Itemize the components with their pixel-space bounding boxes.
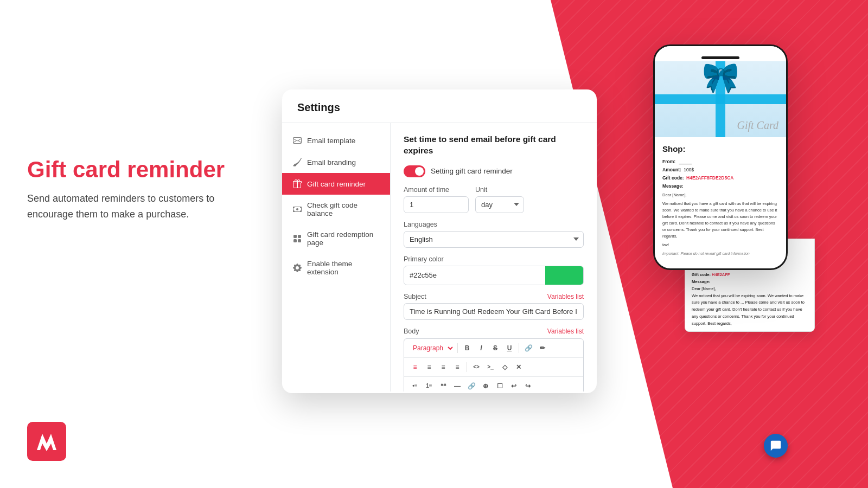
color-input-wrap bbox=[404, 266, 584, 285]
hyperlink-button[interactable]: 🔗 bbox=[465, 380, 478, 391]
sidebar-label-check-gift-code: Check gift code balance bbox=[307, 201, 379, 217]
unit-group: Unit day week month bbox=[475, 186, 524, 213]
bold-button[interactable]: B bbox=[461, 342, 474, 355]
amount-field: Amount: 100$ bbox=[662, 166, 778, 174]
settings-panel: Settings Email template Email branding bbox=[282, 89, 597, 393]
pen-button[interactable]: ✏ bbox=[536, 342, 549, 355]
blockquote-button[interactable]: ❝❝ bbox=[437, 380, 450, 391]
sidebar-label-gift-card-reminder: Gift card reminder bbox=[307, 180, 366, 188]
gift-code-label: Gift code: bbox=[662, 175, 684, 181]
code-block-button[interactable]: >_ bbox=[484, 361, 497, 374]
hero-title: Gift card reminder bbox=[27, 157, 260, 182]
subject-variables-link[interactable]: Variables list bbox=[547, 293, 584, 300]
unit-select[interactable]: day week month bbox=[475, 196, 524, 213]
grid-icon bbox=[293, 234, 302, 243]
align-justify-button[interactable]: ≡ bbox=[451, 361, 464, 374]
sidebar-item-gift-card-redemption[interactable]: Gift card redemption page bbox=[282, 224, 390, 253]
amount-input[interactable] bbox=[404, 196, 469, 213]
phone-gift-section: 🎀 Gift Card bbox=[655, 61, 786, 137]
clear-format-button[interactable]: ◇ bbox=[498, 361, 511, 374]
toolbar-row-1: Paragraph Heading 1 Heading 2 B I S U 🔗 … bbox=[404, 339, 583, 358]
languages-label: Languages bbox=[404, 221, 584, 228]
toggle-row: Setting gift card reminder bbox=[404, 165, 584, 177]
chat-bubble-icon bbox=[770, 440, 782, 452]
settings-sidebar: Email template Email branding Gift card … bbox=[282, 123, 391, 391]
sidebar-label-gift-card-redemption: Gift card redemption page bbox=[307, 230, 379, 247]
message-salutation: Dear [Name], bbox=[662, 192, 778, 198]
ep2-body-text: We noticed that you will be expiring soo… bbox=[692, 293, 808, 328]
ep2-code-value: H4E2AFF bbox=[712, 272, 730, 277]
shop-title: Shop: bbox=[662, 143, 778, 156]
chat-icon[interactable] bbox=[764, 434, 788, 458]
paragraph-select[interactable]: Paragraph Heading 1 Heading 2 bbox=[409, 343, 455, 354]
amount-label: Amount of time bbox=[404, 186, 469, 194]
logo[interactable] bbox=[27, 422, 66, 461]
sidebar-item-enable-theme[interactable]: Enable theme extension bbox=[282, 253, 390, 282]
envelope-icon bbox=[293, 136, 302, 145]
gift-code-field: Gift code: H4E2AFF8FDE2D5CA bbox=[662, 174, 778, 182]
sidebar-item-gift-card-reminder[interactable]: Gift card reminder bbox=[282, 173, 390, 195]
message-body: We noticed that you have a gift card wit… bbox=[662, 201, 778, 240]
strikethrough-button[interactable]: S bbox=[489, 342, 502, 355]
color-hex-input[interactable] bbox=[404, 267, 545, 283]
amount-label: Amount: bbox=[662, 167, 681, 172]
ep2-message-label: Message: bbox=[692, 279, 808, 286]
table-button[interactable]: ☐ bbox=[493, 380, 506, 391]
subject-label: Subject bbox=[404, 293, 426, 300]
from-value bbox=[679, 159, 692, 164]
numbered-list-button[interactable]: 1≡ bbox=[423, 380, 436, 391]
from-field: From: bbox=[662, 158, 778, 165]
phone-email-body: Shop: From: Amount: 100$ Gift code: H4E2… bbox=[655, 137, 786, 260]
language-select[interactable]: English French Spanish bbox=[404, 231, 584, 248]
subject-input[interactable] bbox=[404, 303, 584, 320]
color-swatch[interactable] bbox=[545, 266, 583, 285]
amount-group: Amount of time bbox=[404, 186, 469, 213]
settings-title: Settings bbox=[297, 101, 340, 113]
settings-body: Email template Email branding Gift card … bbox=[282, 123, 597, 391]
gift-icon bbox=[293, 179, 302, 188]
message-label: Message: bbox=[662, 183, 684, 189]
ep2-code-row: Gift code: H4E2AFF bbox=[692, 272, 808, 279]
amount-unit-row: Amount of time Unit day week month bbox=[404, 186, 584, 213]
align-center-button[interactable]: ≡ bbox=[423, 361, 436, 374]
sidebar-label-email-template: Email template bbox=[307, 137, 355, 145]
signature: tav! bbox=[662, 242, 778, 248]
phone-topbar bbox=[655, 46, 786, 61]
sidebar-label-email-branding: Email branding bbox=[307, 158, 356, 166]
gift-card-reminder-toggle[interactable] bbox=[404, 165, 425, 177]
hr-button[interactable]: — bbox=[451, 380, 464, 391]
italic-button[interactable]: I bbox=[475, 342, 488, 355]
ep2-code-label: Gift code: bbox=[692, 272, 711, 277]
close-format-button[interactable]: ✕ bbox=[512, 361, 525, 374]
insert-button[interactable]: ⊕ bbox=[479, 380, 492, 391]
primary-color-label: Primary color bbox=[404, 255, 584, 263]
dollar-icon bbox=[293, 205, 302, 214]
settings-header: Settings bbox=[282, 89, 597, 123]
toolbar-divider-1 bbox=[457, 343, 458, 353]
phone-mockup: 🎀 Gift Card Shop: From: Amount: 100$ Gif… bbox=[653, 44, 788, 270]
settings-main-content: Set time to send email before gift card … bbox=[391, 123, 597, 391]
bullet-list-button[interactable]: •≡ bbox=[409, 380, 422, 391]
align-left-button[interactable]: ≡ bbox=[409, 361, 422, 374]
message-field: Message: bbox=[662, 182, 778, 190]
body-variables-link[interactable]: Variables list bbox=[547, 328, 584, 335]
gift-card-text: Gift Card bbox=[737, 119, 779, 132]
unit-label: Unit bbox=[475, 186, 524, 194]
hero-description: Send automated reminders to customers to… bbox=[27, 191, 260, 222]
phone-notch-pill bbox=[701, 56, 739, 59]
toolbar-divider-2 bbox=[519, 343, 519, 353]
logo-icon bbox=[35, 429, 59, 453]
code-button[interactable]: <> bbox=[470, 361, 483, 374]
sidebar-label-enable-theme: Enable theme extension bbox=[307, 260, 379, 276]
redo-button[interactable]: ↪ bbox=[521, 380, 534, 391]
sidebar-item-email-branding[interactable]: Email branding bbox=[282, 151, 390, 173]
settings-icon bbox=[293, 264, 302, 272]
align-right-button[interactable]: ≡ bbox=[437, 361, 450, 374]
sidebar-item-check-gift-code[interactable]: Check gift code balance bbox=[282, 195, 390, 224]
underline-button[interactable]: U bbox=[503, 342, 516, 355]
link-button[interactable]: 🔗 bbox=[522, 342, 535, 355]
svg-marker-0 bbox=[37, 434, 56, 451]
body-label-row: Body Variables list bbox=[404, 328, 584, 335]
undo-button[interactable]: ↩ bbox=[507, 380, 520, 391]
sidebar-item-email-template[interactable]: Email template bbox=[282, 130, 390, 151]
